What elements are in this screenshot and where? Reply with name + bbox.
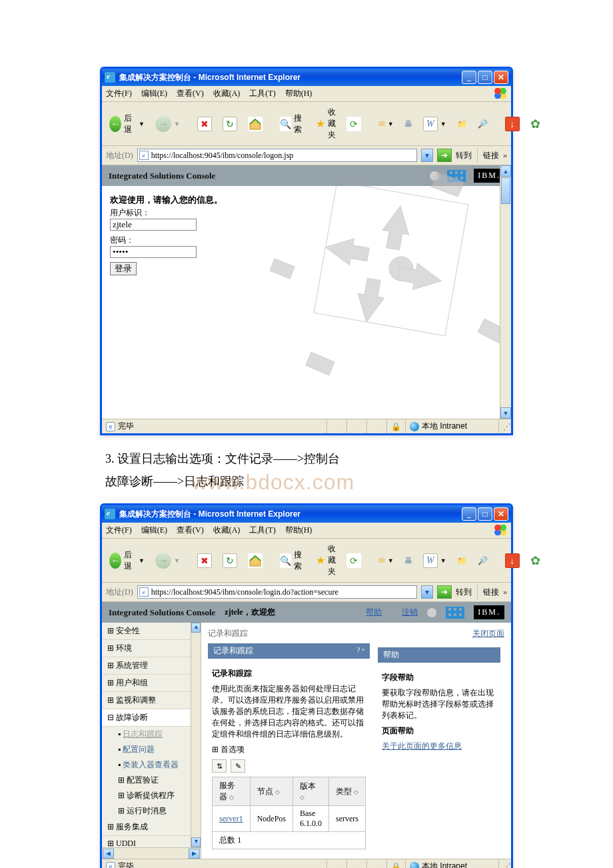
- login-button[interactable]: 登录: [110, 262, 137, 275]
- logout-link[interactable]: 注销: [402, 607, 418, 618]
- server-link[interactable]: server1: [219, 814, 243, 823]
- back-button[interactable]: ←后退▼: [106, 547, 148, 574]
- sidebar-item-environment[interactable]: ⊞ 环境: [102, 640, 201, 657]
- history-button[interactable]: ⟳: [343, 115, 364, 133]
- sidebar-item-service[interactable]: ⊞ 服务集成: [102, 819, 201, 836]
- forward-button[interactable]: →▼: [152, 551, 183, 571]
- go-button[interactable]: ➜: [437, 585, 452, 599]
- history-button[interactable]: ⟳: [343, 551, 364, 570]
- menu-view[interactable]: 查看(V): [177, 525, 204, 536]
- sidebar-item-security[interactable]: ⊞ 安全性: [102, 623, 201, 640]
- address-input[interactable]: e https://localhost:9045/ibm/console/log…: [137, 585, 417, 599]
- home-button[interactable]: [245, 551, 266, 570]
- titlebar[interactable]: 集成解决方案控制台 - Microsoft Internet Explorer …: [102, 505, 511, 523]
- links-label[interactable]: 链接: [483, 150, 499, 161]
- forward-button[interactable]: →▼: [152, 114, 183, 134]
- links-label[interactable]: 链接: [483, 587, 499, 598]
- col-version[interactable]: 版本 ◇: [293, 777, 329, 806]
- menu-help[interactable]: 帮助(H): [285, 525, 312, 536]
- panel-help-icon[interactable]: ? ▫: [356, 645, 364, 653]
- maximize-button[interactable]: □: [478, 507, 492, 521]
- address-input[interactable]: e https://localhost:9045/ibm/console/log…: [137, 149, 417, 162]
- sidebar-item-sysadmin[interactable]: ⊞ 系统管理: [102, 657, 201, 675]
- extra-button-1[interactable]: ↓: [502, 551, 523, 570]
- search-button[interactable]: 🔍搜索: [277, 111, 308, 137]
- minimize-button[interactable]: _: [462, 507, 476, 521]
- stop-button[interactable]: ✖: [194, 115, 215, 133]
- address-dropdown-button[interactable]: ▾: [421, 585, 433, 599]
- password-input[interactable]: [110, 246, 197, 258]
- scroll-down-button[interactable]: ▼: [191, 837, 201, 847]
- print-button[interactable]: 🖶: [401, 117, 416, 131]
- sidebar-sub-label[interactable]: 类装入器查看器: [123, 760, 179, 769]
- sidebar-sub-classloader[interactable]: ▪ 类装入器查看器: [102, 757, 201, 773]
- mail-button[interactable]: ✉▼: [375, 554, 397, 567]
- back-button[interactable]: ←后退▼: [106, 111, 148, 137]
- menu-tools[interactable]: 工具(T): [249, 88, 275, 99]
- address-dropdown-button[interactable]: ▾: [421, 149, 433, 162]
- clear-filter-button[interactable]: ✎: [231, 759, 245, 773]
- messenger-button[interactable]: ✿: [527, 551, 544, 570]
- scroll-thumb[interactable]: [501, 177, 510, 204]
- filter-button[interactable]: ⇅: [212, 759, 227, 773]
- go-button[interactable]: ➜: [437, 149, 452, 162]
- stop-button[interactable]: ✖: [194, 551, 215, 570]
- search-button[interactable]: 🔍搜索: [277, 547, 308, 574]
- print-button[interactable]: 🖶: [401, 554, 416, 567]
- scroll-up-button[interactable]: ▲: [500, 165, 511, 177]
- close-page-link[interactable]: 关闭页面: [472, 628, 504, 639]
- folder-button[interactable]: 📁: [454, 554, 470, 567]
- scroll-right-button[interactable]: ▶: [189, 849, 200, 859]
- sidebar-sub-configvalid[interactable]: ⊞ 配置验证: [102, 773, 201, 788]
- favorites-button[interactable]: ★收藏夹: [312, 541, 339, 579]
- refresh-button[interactable]: ↻: [219, 551, 241, 570]
- sidebar-sub-diagprov[interactable]: ⊞ 诊断提供程序: [102, 788, 201, 803]
- messenger-button[interactable]: ✿: [527, 115, 544, 133]
- extra-button-1[interactable]: ↓: [502, 115, 523, 133]
- sidebar-sub-runtime[interactable]: ⊞ 运行时消息: [102, 803, 201, 819]
- close-button[interactable]: ✕: [494, 71, 508, 84]
- sidebar-hscroll[interactable]: ◀ ▶: [102, 847, 201, 859]
- maximize-button[interactable]: □: [478, 71, 492, 84]
- menu-file[interactable]: 文件(F): [106, 88, 132, 99]
- links-expand-icon[interactable]: »: [503, 588, 507, 596]
- mail-button[interactable]: ✉▼: [375, 117, 397, 131]
- scroll-up-button[interactable]: ▲: [191, 623, 201, 633]
- research-button[interactable]: 🔎: [474, 117, 491, 131]
- favorites-button[interactable]: ★收藏夹: [312, 105, 339, 143]
- refresh-button[interactable]: ↻: [219, 115, 241, 133]
- menu-view[interactable]: 查看(V): [177, 88, 204, 99]
- folder-button[interactable]: 📁: [454, 117, 470, 131]
- sidebar-scrollbar[interactable]: ▲ ▼: [191, 623, 201, 847]
- edit-button[interactable]: W▼: [420, 115, 450, 133]
- page-help-link[interactable]: 关于此页面的更多信息: [382, 741, 462, 751]
- menu-tools[interactable]: 工具(T): [249, 525, 275, 536]
- sidebar-sub-label[interactable]: 配置问题: [123, 745, 155, 754]
- col-type[interactable]: 类型 ◇: [329, 777, 366, 806]
- titlebar[interactable]: 集成解决方案控制台 - Microsoft Internet Explorer …: [102, 69, 511, 86]
- home-button[interactable]: [245, 115, 266, 133]
- menu-edit[interactable]: 编辑(E): [141, 525, 167, 536]
- col-node[interactable]: 节点 ◇: [250, 777, 293, 806]
- sidebar-item-users[interactable]: ⊞ 用户和组: [102, 675, 201, 692]
- menu-edit[interactable]: 编辑(E): [141, 88, 167, 99]
- sidebar-item-monitor[interactable]: ⊞ 监视和调整: [102, 692, 201, 709]
- preferences-toggle[interactable]: ⊞ 首选项: [212, 744, 366, 755]
- close-button[interactable]: ✕: [494, 507, 508, 521]
- links-expand-icon[interactable]: »: [503, 151, 507, 159]
- vertical-scrollbar[interactable]: ▲ ▼: [500, 165, 511, 419]
- menu-help[interactable]: 帮助(H): [285, 88, 312, 99]
- menu-favorites[interactable]: 收藏(A): [213, 88, 241, 99]
- edit-button[interactable]: W▼: [420, 551, 450, 570]
- sidebar-sub-label[interactable]: 日志和跟踪: [123, 729, 163, 739]
- menu-favorites[interactable]: 收藏(A): [213, 525, 241, 536]
- help-link[interactable]: 帮助: [366, 607, 382, 618]
- minimize-button[interactable]: _: [462, 71, 476, 84]
- scroll-left-button[interactable]: ◀: [103, 849, 114, 859]
- scroll-down-button[interactable]: ▼: [500, 407, 511, 419]
- sidebar-sub-logtrace[interactable]: ▪ 日志和跟踪: [102, 727, 201, 742]
- sidebar-item-troubleshoot[interactable]: ⊟ 故障诊断: [102, 709, 201, 727]
- menu-file[interactable]: 文件(F): [106, 525, 132, 536]
- sidebar-sub-config[interactable]: ▪ 配置问题: [102, 742, 201, 757]
- col-server[interactable]: 服务器 ◇: [213, 777, 250, 806]
